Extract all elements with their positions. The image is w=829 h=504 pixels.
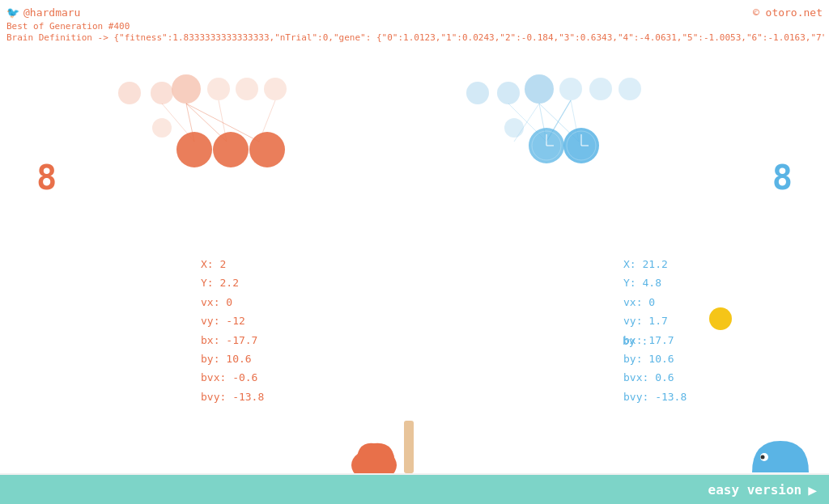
neural-network-right (453, 73, 680, 178)
stat-y-right: Y: 4.8 (623, 273, 687, 292)
stat-x-right: X: 21.2 (623, 255, 687, 273)
generation-line: Best of Generation #400 (6, 21, 130, 32)
stats-panel-left: X: 2 Y: 2.2 vx: 0 vy: -12 bx: -17.7 by: … (201, 255, 264, 406)
neural-network-left (105, 73, 308, 178)
brain-line: Brain Definition -> {"fitness":1.8333333… (6, 32, 371, 43)
svg-point-16 (466, 82, 489, 104)
stat-x-left: X: 2 (201, 255, 264, 273)
bottom-bar[interactable]: easy version ▶ (0, 475, 829, 504)
svg-point-41 (761, 455, 765, 460)
otoro-logo[interactable]: © otoro.net (753, 6, 823, 19)
stats-panel-right: X: 21.2 Y: 4.8 vx: 0 vy: 1.7 bx: 17.7 by… (623, 255, 687, 406)
stat-vx-right: vx: 0 (623, 293, 687, 311)
svg-point-28 (504, 118, 524, 138)
stat-by-right: by: 10.6 (623, 349, 687, 368)
play-icon[interactable]: ▶ (808, 481, 817, 498)
by-label-text: by : (623, 335, 648, 347)
twitter-icon: 🐦 (6, 6, 19, 19)
otoro-text: © otoro.net (753, 6, 823, 19)
pole (404, 421, 414, 473)
twitter-name: @hardmaru (23, 6, 80, 19)
stat-vx-left: vx: 0 (201, 293, 264, 311)
svg-point-12 (152, 118, 172, 138)
svg-point-1 (151, 82, 173, 104)
yellow-ball (709, 307, 732, 330)
svg-point-18 (525, 74, 554, 104)
stat-bx-left: bx: -17.7 (201, 331, 264, 349)
svg-point-4 (236, 78, 258, 100)
brain-info: Brain Definition -> {"fitness":1.8333333… (6, 32, 824, 43)
stat-by-left: by: 10.6 (201, 349, 264, 368)
score-right: 8 (772, 158, 793, 197)
easy-version-label: easy version (708, 482, 802, 498)
orange-character (348, 429, 405, 473)
score-left-value: 8 (36, 158, 57, 197)
stat-vy-left: vy: -12 (201, 311, 264, 330)
stat-bvy-right: bvy: -13.8 (623, 388, 687, 406)
svg-point-3 (207, 78, 230, 100)
stat-vy-right: vy: 1.7 (623, 311, 687, 330)
svg-point-20 (589, 78, 612, 100)
generation-info: Best of Generation #400 (6, 21, 130, 32)
svg-point-2 (172, 74, 201, 104)
score-left: 8 (36, 158, 57, 197)
svg-point-13 (176, 132, 212, 167)
twitter-handle[interactable]: 🐦 @hardmaru (6, 6, 80, 19)
svg-point-21 (619, 78, 641, 100)
brain-data: {"0":1.0123,"1":0.0243,"2":-0.184,"3":0.… (376, 32, 824, 43)
svg-point-5 (264, 78, 287, 100)
score-right-value: 8 (772, 158, 793, 197)
stat-bvx-right: bvx: 0.6 (623, 368, 687, 387)
stat-y-left: Y: 2.2 (201, 273, 264, 292)
svg-point-0 (118, 82, 141, 104)
stat-bvx-left: bvx: -0.6 (201, 368, 264, 387)
stat-bvy-left: bvy: -13.8 (201, 388, 264, 406)
svg-point-17 (497, 82, 520, 104)
svg-point-14 (213, 132, 249, 167)
blue-character (748, 437, 813, 473)
svg-point-19 (559, 78, 582, 100)
by-label: by : (623, 335, 648, 347)
svg-point-15 (249, 132, 285, 167)
